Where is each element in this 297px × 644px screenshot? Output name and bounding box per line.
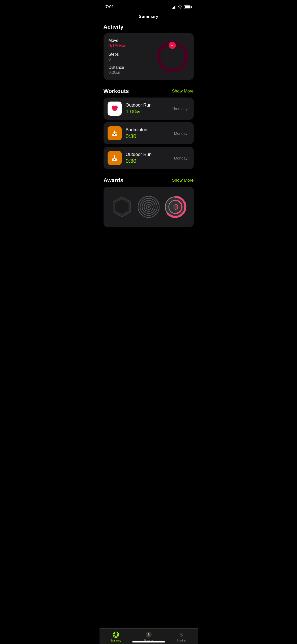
award-circles-icon xyxy=(137,196,160,218)
workout-item-1[interactable]: Badminton 0:30 Monday › xyxy=(104,122,194,144)
awards-title: Awards xyxy=(104,177,123,184)
tab-summary-icon xyxy=(112,631,119,638)
sharing-icon: 𝕊 xyxy=(178,631,185,638)
heart-icon xyxy=(111,105,119,113)
workout-value-0: 1.00MI xyxy=(126,108,172,115)
scroll-content: Activity Move 0/150CAL Steps 0 Distance xyxy=(100,24,198,255)
chevron-icon-2: › xyxy=(188,156,189,160)
workouts-section-header: Workouts Show More xyxy=(104,88,194,94)
award-item-3 xyxy=(164,196,187,218)
steps-value: 0 xyxy=(109,57,156,62)
steps-stat: Steps 0 xyxy=(109,52,156,62)
svg-text:🏃: 🏃 xyxy=(146,633,151,637)
tab-fitness-plus[interactable]: 🏃 Fitness+ xyxy=(132,631,165,642)
workout-name-2: Outdoor Run xyxy=(126,152,174,157)
ring-arrow[interactable]: → xyxy=(169,42,176,49)
activity-stats: Move 0/150CAL Steps 0 Distance 0.00MI xyxy=(109,38,156,75)
status-icons xyxy=(172,5,192,9)
svg-text:𝕊: 𝕊 xyxy=(180,632,183,637)
activity-card[interactable]: Move 0/150CAL Steps 0 Distance 0.00MI xyxy=(104,33,194,80)
chevron-icon-0: › xyxy=(188,107,189,111)
tab-fitness-icon: 🏃 xyxy=(145,631,152,638)
page-title: Summary xyxy=(139,14,158,19)
fitness-icon: 🏃 xyxy=(145,631,152,638)
workout-item-2[interactable]: Outdoor Run 0:30 Monday › xyxy=(104,147,194,169)
svg-point-27 xyxy=(114,633,118,636)
tab-summary[interactable]: Summary xyxy=(100,631,132,642)
battery-icon xyxy=(184,5,190,9)
workouts-title: Workouts xyxy=(104,88,129,94)
page-header: Summary xyxy=(100,12,198,24)
tab-sharing-icon: 𝕊 xyxy=(178,631,185,638)
workout-icon-badminton xyxy=(108,126,122,140)
workout-name-1: Badminton xyxy=(126,127,174,133)
tab-sharing-label: Sharing xyxy=(177,639,185,642)
move-value: 0/150CAL xyxy=(109,43,156,49)
activity-section-title: Activity xyxy=(104,24,123,30)
tab-summary-label: Summary xyxy=(110,639,121,642)
activity-ring: → xyxy=(156,40,189,73)
workout-info-1: Badminton 0:30 xyxy=(126,127,174,140)
workout-info-2: Outdoor Run 0:30 xyxy=(126,152,174,164)
workout-day-2: Monday › xyxy=(174,156,190,160)
workouts-show-more-button[interactable]: Show More xyxy=(172,89,194,94)
award-ring-icon xyxy=(164,196,187,218)
distance-label: Distance xyxy=(109,65,156,70)
steps-label: Steps xyxy=(109,52,156,57)
status-bar: 7:01 xyxy=(100,0,198,12)
workout-value-2: 0:30 xyxy=(126,158,174,164)
awards-section-header: Awards Show More xyxy=(104,177,194,184)
awards-card xyxy=(104,187,194,227)
award-item-1 xyxy=(111,196,133,218)
workouts-section: Workouts Show More Outdoor Run 1.00MI Th… xyxy=(104,88,194,169)
svg-point-10 xyxy=(114,155,115,157)
svg-point-4 xyxy=(114,131,115,132)
signal-icon xyxy=(172,5,176,9)
home-indicator xyxy=(132,641,165,642)
move-label: Move xyxy=(109,38,156,43)
scale-icon-2 xyxy=(111,154,119,162)
awards-show-more-button[interactable]: Show More xyxy=(172,178,194,183)
status-time: 7:01 xyxy=(106,5,114,10)
workout-info-0: Outdoor Run 1.00MI xyxy=(126,103,172,115)
scale-icon xyxy=(111,129,119,137)
distance-stat: Distance 0.00MI xyxy=(109,65,156,75)
wifi-icon xyxy=(178,5,182,9)
workout-value-1: 0:30 xyxy=(126,133,174,140)
workout-name-0: Outdoor Run xyxy=(126,103,172,108)
workout-day-1: Monday › xyxy=(174,131,190,136)
battery-tip xyxy=(191,6,192,8)
tab-sharing[interactable]: 𝕊 Sharing xyxy=(165,631,198,642)
award-hexagon-icon xyxy=(111,196,133,218)
summary-icon xyxy=(113,631,119,638)
chevron-icon-1: › xyxy=(188,132,189,135)
move-stat: Move 0/150CAL xyxy=(109,38,156,49)
distance-value: 0.00MI xyxy=(109,70,156,75)
battery-container xyxy=(184,5,192,9)
awards-section: Awards Show More xyxy=(104,177,194,227)
activity-section: Activity Move 0/150CAL Steps 0 Distance xyxy=(104,24,194,80)
workout-item-0[interactable]: Outdoor Run 1.00MI Thursday › xyxy=(104,98,194,120)
award-item-2 xyxy=(137,196,160,218)
activity-section-header: Activity xyxy=(104,24,194,30)
workout-icon-run xyxy=(108,102,122,116)
workout-icon-run-orange xyxy=(108,151,122,165)
workout-day-0: Thursday › xyxy=(172,107,190,111)
svg-point-19 xyxy=(148,206,150,208)
